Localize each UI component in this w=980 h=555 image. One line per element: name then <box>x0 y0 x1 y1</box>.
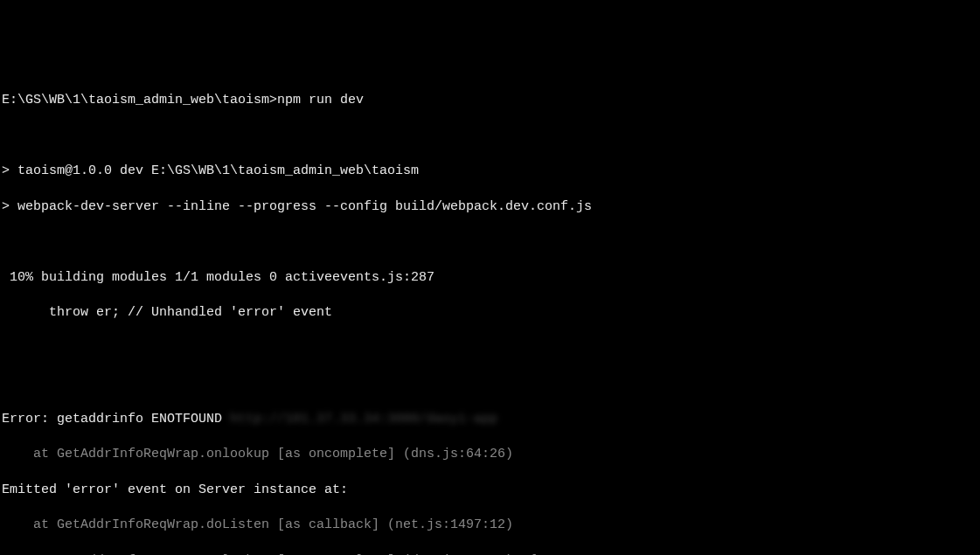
prompt-command: npm run dev <box>277 93 364 108</box>
run-prefix: > <box>2 163 10 178</box>
throw-line: throw er; // Unhandled 'error' event <box>2 304 978 322</box>
run-prefix: > <box>2 199 10 214</box>
error-prefix: Error: getaddrinfo ENOTFOUND <box>2 412 230 427</box>
stack-trace: at GetAddrInfoReqWrap.doListen [as callb… <box>2 517 978 534</box>
terminal-output[interactable]: E:\GS\WB\1\taoism_admin_web\taoism>npm r… <box>2 74 978 555</box>
stack-trace: at GetAddrInfoReqWrap.onlookup [as oncom… <box>2 446 978 463</box>
run-line: webpack-dev-server --inline --progress -… <box>10 199 592 214</box>
progress-line: 10% building modules 1/1 modules 0 activ… <box>2 269 978 287</box>
redacted-host: http://101.37.33.34:3080/daoyi-app <box>230 411 497 428</box>
emitted-line: Emitted 'error' event on Server instance… <box>2 482 978 499</box>
run-line: taoism@1.0.0 dev E:\GS\WB\1\taoism_admin… <box>10 163 419 178</box>
prompt-path: E:\GS\WB\1\taoism_admin_web\taoism> <box>2 93 277 108</box>
